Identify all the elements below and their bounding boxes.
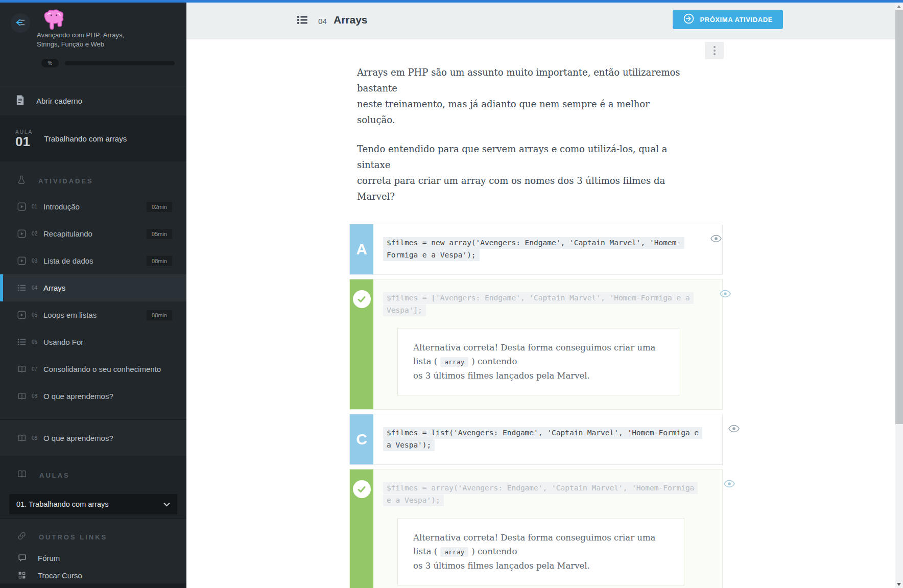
open-book-icon (17, 469, 27, 481)
item-number: 05 (32, 312, 39, 318)
sidebar-item-arrays-active[interactable]: 04 Arrays (0, 274, 186, 301)
book-icon (17, 434, 27, 442)
video-icon (17, 256, 27, 265)
question-paragraph-1: Arrays em PHP são um assunto muito impor… (349, 39, 686, 128)
option-b-correct[interactable]: $filmes = ['Avengers: Endgame', 'Captain… (349, 279, 723, 410)
sidebar-footer-strip (0, 583, 186, 588)
activity-header: 04 Arrays PRÓXIMA ATIVIDADE (186, 3, 895, 39)
sidebar-item-consolidando[interactable]: 07 Consolidando o seu conhecimento (0, 356, 186, 383)
chevron-down-icon (163, 500, 170, 509)
item-number: 08 (32, 393, 39, 399)
aulas-header: AULAS (39, 472, 70, 479)
question-paragraph-2: Tendo entendido para que servem arrays e… (349, 128, 686, 204)
check-icon (353, 290, 371, 308)
video-icon (17, 229, 27, 238)
item-label: Usando For (43, 338, 83, 346)
sidebar-item-loops-em-listas[interactable]: 05 Loops em listas 08min (0, 301, 186, 328)
pinned-activity-section: 08 O que aprendemos? (0, 419, 186, 456)
current-lesson-banner: AULA 01 Trabalhando com arrays (0, 115, 186, 161)
item-number: 08 (32, 435, 39, 441)
scroll-up-arrow-icon[interactable] (897, 5, 901, 8)
aulas-section: AULAS 01. Trabalhando com arrays (0, 456, 186, 518)
item-duration-badge: 05min (147, 229, 172, 239)
page-scrollbar[interactable] (895, 3, 903, 588)
feedback-text: ) contendo (471, 547, 517, 556)
item-label: Recapitulando (43, 229, 92, 238)
link-icon (17, 531, 27, 543)
option-c[interactable]: C $filmes = list('Avengers: Endgame', 'C… (349, 414, 723, 465)
item-number: 07 (32, 366, 39, 372)
next-activity-label: PRÓXIMA ATIVIDADE (700, 16, 773, 23)
sidebar-item-recapitulando[interactable]: 02 Recapitulando 05min (0, 220, 186, 247)
inline-code-chip: array (440, 547, 468, 557)
check-icon (353, 480, 371, 498)
inline-code-chip: array (440, 357, 468, 367)
activities-section: ATIVIDADES 01 Introdução 02min 02 Recapi… (0, 161, 186, 410)
php-elephant-logo-icon (42, 9, 66, 33)
option-code-line: $filmes = list('Avengers: Endgame', 'Cap… (383, 427, 702, 439)
sidebar-item-o-que-aprendemos[interactable]: 08 O que aprendemos? (0, 383, 186, 410)
chat-bubble-icon (17, 554, 27, 562)
trocar-curso-label: Trocar Curso (38, 571, 82, 580)
course-progress: % (41, 59, 175, 67)
item-duration-badge: 08min (147, 256, 172, 266)
course-title: Avançando com PHP: Arrays, Strings, Funç… (37, 31, 124, 49)
activities-header: ATIVIDADES (38, 177, 93, 185)
eye-icon[interactable] (724, 480, 735, 489)
sidebar-item-usando-for[interactable]: 06 Usando For (0, 328, 186, 356)
scroll-down-arrow-icon[interactable] (897, 583, 901, 586)
forum-label: Fórum (38, 554, 60, 562)
item-label: Arrays (43, 284, 65, 292)
option-d-correct[interactable]: $filmes = array('Avengers: Endgame', 'Ca… (349, 469, 723, 588)
item-label: Lista de dados (43, 256, 93, 265)
option-code-line: $filmes = array('Avengers: Endgame', 'Ca… (383, 482, 698, 494)
option-code-line: $filmes = ['Avengers: Endgame', 'Captain… (383, 292, 694, 304)
flask-icon (17, 175, 26, 187)
notebook-label: Abrir caderno (36, 97, 82, 105)
sidebar-item-lista-de-dados[interactable]: 03 Lista de dados 08min (0, 247, 186, 274)
correct-check-badge (350, 279, 373, 409)
main-area: 04 Arrays PRÓXIMA ATIVIDADE Arrays em PH… (186, 3, 895, 588)
lesson-select-dropdown[interactable]: 01. Trabalhando com arrays (9, 494, 177, 514)
answer-feedback: Alternativa correta! Desta forma consegu… (397, 518, 684, 585)
eye-icon[interactable] (710, 234, 722, 244)
item-number: 01 (32, 204, 39, 209)
arrow-circle-icon (683, 13, 695, 26)
item-label: O que aprendemos? (43, 392, 113, 401)
progress-bar (65, 61, 175, 65)
next-activity-button-top[interactable]: PRÓXIMA ATIVIDADE (673, 10, 783, 29)
other-links-header: OUTROS LINKS (39, 533, 107, 541)
sidebar-header: Avançando com PHP: Arrays, Strings, Funç… (0, 3, 186, 86)
sidebar-item-trocar-curso[interactable]: Trocar Curso (0, 567, 186, 584)
option-letter-badge: A (350, 224, 373, 274)
option-code-line: Formiga e a Vespa'); (383, 249, 480, 261)
video-icon (17, 311, 27, 319)
item-duration-badge: 02min (147, 202, 172, 212)
option-a[interactable]: A $filmes = new array('Avengers: Endgame… (349, 224, 723, 275)
correct-check-badge (350, 469, 373, 588)
lesson-title: Trabalhando com arrays (44, 134, 127, 143)
item-number: 04 (32, 285, 39, 291)
list-icon (17, 338, 27, 346)
kebab-menu-button[interactable] (705, 42, 724, 59)
collapse-sidebar-button[interactable] (11, 13, 30, 33)
sidebar-item-forum[interactable]: Fórum (0, 549, 186, 567)
course-sidebar: Avançando com PHP: Arrays, Strings, Funç… (0, 3, 186, 588)
scrollbar-thumb[interactable] (895, 10, 903, 424)
answer-options: A $filmes = new array('Avengers: Endgame… (349, 224, 723, 588)
item-label: O que aprendemos? (43, 434, 113, 442)
grid-icon (17, 571, 27, 579)
eye-icon[interactable] (728, 425, 740, 434)
list-icon (17, 284, 27, 292)
sidebar-item-o-que-aprendemos-pinned[interactable]: 08 O que aprendemos? (0, 425, 186, 452)
notebook-icon (15, 95, 25, 108)
question-content: Arrays em PHP são um assunto muito impor… (186, 39, 895, 588)
item-number: 02 (32, 231, 39, 237)
sidebar-item-introducao[interactable]: 01 Introdução 02min (0, 193, 186, 220)
item-label: Introdução (43, 202, 80, 211)
open-notebook-item[interactable]: Abrir caderno (0, 86, 186, 115)
eye-icon[interactable] (720, 290, 731, 299)
collapse-arrow-icon (15, 17, 26, 30)
option-code-line: a Vespa'); (383, 439, 435, 451)
item-label: Consolidando o seu conhecimento (43, 365, 161, 373)
